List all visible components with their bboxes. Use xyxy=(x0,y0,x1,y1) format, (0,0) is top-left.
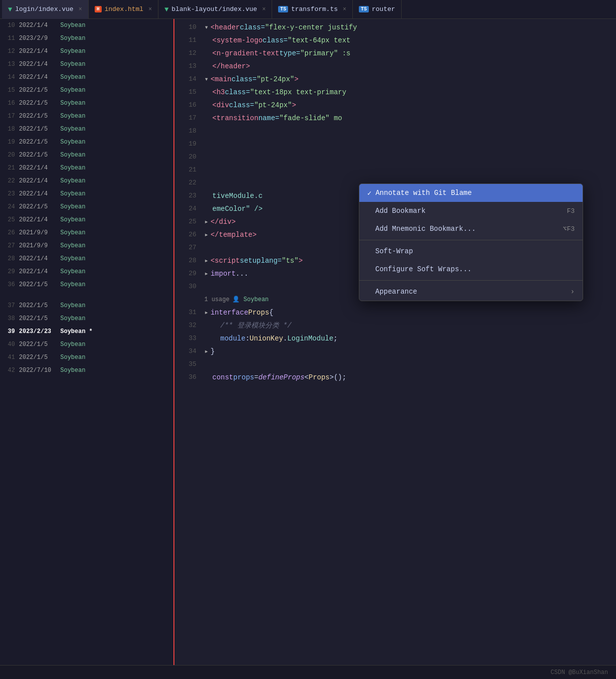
blame-row: 112023/2/9Soybean xyxy=(0,32,173,45)
menu-item-label: Appearance xyxy=(375,288,417,296)
tab-close-icon[interactable]: × xyxy=(343,6,346,13)
submenu-arrow-icon: › xyxy=(571,288,575,296)
code-line: 21 xyxy=(174,164,616,176)
code-line: 32 /** 登录模块分类 */ xyxy=(174,319,616,332)
blame-row: 182022/1/5Soybean xyxy=(0,123,173,136)
vue-icon: ▼ xyxy=(8,5,12,13)
shortcut-label: F3 xyxy=(567,207,575,215)
blame-row: 292022/1/4Soybean xyxy=(0,265,173,278)
fold-icon: ▾ xyxy=(204,73,208,86)
code-line: 16 <div class="pt-24px"> xyxy=(174,99,616,112)
blame-row: 172022/1/5Soybean xyxy=(0,110,173,123)
menu-item-mnemonic[interactable]: Add Mnemonic Bookmark... ⌥F3 xyxy=(359,220,583,238)
blame-separator xyxy=(0,291,173,299)
blame-row: 142022/1/4Soybean xyxy=(0,71,173,84)
blame-row: 122022/1/4Soybean xyxy=(0,45,173,58)
tab-label: router xyxy=(372,5,395,13)
fold-indicator: ▸ xyxy=(204,267,208,280)
blame-row: 102022/1/4Soybean xyxy=(0,19,173,32)
menu-separator xyxy=(359,240,583,240)
tab-label: blank-layout/index.vue xyxy=(171,5,257,13)
code-line: 19 xyxy=(174,138,616,151)
tab-close-icon[interactable]: × xyxy=(78,6,82,13)
blame-row-bold: 392023/2/23Soybean * xyxy=(0,325,173,338)
code-line: 34 ▸ } xyxy=(174,345,616,358)
html-icon: H xyxy=(95,6,102,12)
git-blame-panel: 102022/1/4Soybean 112023/2/9Soybean 1220… xyxy=(0,19,174,665)
code-line: 31 ▸ interface Props { xyxy=(174,306,616,319)
code-line: 14 ▾ <main class="pt-24px"> xyxy=(174,73,616,86)
menu-item-label: Add Mnemonic Bookmark... xyxy=(375,225,476,233)
fold-indicator: ▸ xyxy=(204,345,208,358)
code-line: 12 <n-gradient-text type="primary" :s xyxy=(174,47,616,60)
tab-blank-layout[interactable]: ▼ blank-layout/index.vue × xyxy=(158,0,272,19)
code-line: 13 </header> xyxy=(174,60,616,73)
blame-row: 232022/1/4Soybean xyxy=(0,187,173,200)
tab-router[interactable]: TS router xyxy=(353,0,402,19)
blame-row: 132022/1/4Soybean xyxy=(0,58,173,71)
code-line: 20 xyxy=(174,151,616,164)
code-line: 11 <system-logo class="text-64px text xyxy=(174,34,616,47)
fold-indicator: ▸ xyxy=(204,306,208,319)
code-line: 17 <transition name="fade-slide" mo xyxy=(174,112,616,125)
code-line: 33 module: UnionKey.LoginModule; xyxy=(174,332,616,345)
blame-row: 412022/1/5Soybean xyxy=(0,351,173,364)
tab-close-icon[interactable]: × xyxy=(149,6,152,13)
check-icon: ✓ xyxy=(367,189,371,197)
blame-row: 152022/1/5Soybean xyxy=(0,84,173,97)
menu-item-appearance[interactable]: Appearance › xyxy=(359,283,583,301)
vue-icon: ▼ xyxy=(164,5,168,13)
tab-bar: ▼ login/index.vue × H index.html × ▼ bla… xyxy=(0,0,616,19)
context-menu: ✓ Annotate with Git Blame Add Bookmark F… xyxy=(359,183,583,301)
tab-close-icon[interactable]: × xyxy=(262,6,266,13)
menu-item-label: Add Bookmark xyxy=(375,207,426,215)
menu-item-label: Annotate with Git Blame xyxy=(375,189,471,197)
menu-separator xyxy=(359,280,583,281)
watermark-text: CSDN @BuXianShan xyxy=(551,669,608,676)
blame-row: 382022/1/5Soybean xyxy=(0,312,173,325)
fold-indicator: ▸ xyxy=(204,215,208,228)
fold-indicator: ▸ xyxy=(204,254,208,267)
tab-label: transform.ts xyxy=(291,5,338,13)
fold-icon: ▾ xyxy=(204,21,208,34)
code-line: 15 <h3 class="text-18px text-primary xyxy=(174,86,616,99)
fold-indicator: ▸ xyxy=(204,228,208,241)
menu-item-softwrap[interactable]: Soft-Wrap xyxy=(359,242,583,260)
menu-item-configure-softwrap[interactable]: Configure Soft Wraps... xyxy=(359,260,583,278)
ts-icon: TS xyxy=(359,6,369,12)
code-line: 18 xyxy=(174,125,616,138)
code-line: 35 xyxy=(174,358,616,371)
shortcut-label: ⌥F3 xyxy=(563,225,575,233)
tab-transform-ts[interactable]: TS transform.ts × xyxy=(272,0,353,19)
blame-row: 162022/1/5Soybean xyxy=(0,97,173,110)
menu-item-annotate[interactable]: ✓ Annotate with Git Blame xyxy=(359,184,583,202)
blame-row: 222022/1/4Soybean xyxy=(0,174,173,187)
blame-row: 192022/1/5Soybean xyxy=(0,136,173,149)
main-content: 102022/1/4Soybean 112023/2/9Soybean 1220… xyxy=(0,19,616,665)
status-bar: CSDN @BuXianShan xyxy=(0,665,616,679)
ts-icon: TS xyxy=(278,6,288,12)
blame-row: 402022/1/5Soybean xyxy=(0,338,173,351)
tab-label: index.html xyxy=(105,5,144,13)
menu-item-label: Configure Soft Wraps... xyxy=(375,265,471,273)
code-line: 10 ▾ <header class="flex-y-center justif… xyxy=(174,21,616,34)
menu-item-bookmark[interactable]: Add Bookmark F3 xyxy=(359,202,583,220)
blame-row: 212022/1/4Soybean xyxy=(0,162,173,174)
blame-row: 242022/1/5Soybean xyxy=(0,200,173,213)
blame-row: 422022/7/10Soybean xyxy=(0,364,173,377)
blame-row: 252022/1/4Soybean xyxy=(0,213,173,226)
blame-row: 272021/9/9Soybean xyxy=(0,239,173,252)
tab-index-html[interactable]: H index.html × xyxy=(89,0,158,19)
tab-label: login/index.vue xyxy=(15,5,73,13)
code-editor[interactable]: 10 ▾ <header class="flex-y-center justif… xyxy=(174,19,616,665)
blame-row: 372022/1/5Soybean xyxy=(0,299,173,312)
blame-row: 362022/1/5Soybean xyxy=(0,278,173,291)
code-line: 36 const props = defineProps<Props>(); xyxy=(174,371,616,384)
tab-login-index-vue[interactable]: ▼ login/index.vue × xyxy=(2,0,89,19)
blame-row: 282022/1/4Soybean xyxy=(0,252,173,265)
blame-row: 262021/9/9Soybean xyxy=(0,226,173,239)
blame-row: 202022/1/5Soybean xyxy=(0,149,173,162)
menu-item-label: Soft-Wrap xyxy=(375,247,413,255)
